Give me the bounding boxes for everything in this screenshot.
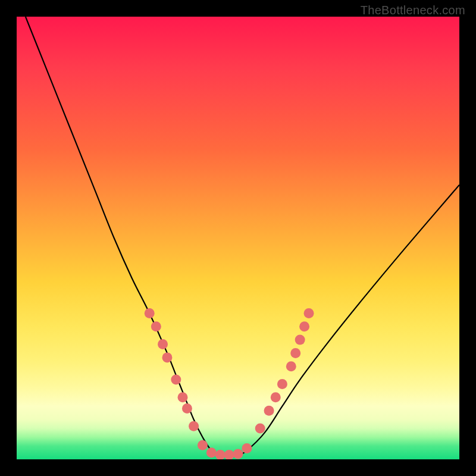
marker-dot xyxy=(224,450,234,459)
marker-dot xyxy=(206,447,217,458)
curve-layer xyxy=(17,17,459,459)
marker-dot xyxy=(242,443,252,453)
marker-dot xyxy=(158,339,168,349)
plot-area xyxy=(17,17,459,459)
bottleneck-curve xyxy=(26,17,459,455)
marker-dot xyxy=(295,335,305,345)
marker-dot xyxy=(178,392,188,402)
marker-dot xyxy=(304,308,314,318)
marker-dot xyxy=(277,379,287,389)
marker-dot xyxy=(215,450,226,459)
marker-dot xyxy=(290,348,300,358)
chart-frame: TheBottleneck.com xyxy=(0,0,476,476)
watermark-text: TheBottleneck.com xyxy=(361,4,465,17)
marker-dot xyxy=(162,352,172,362)
marker-dot xyxy=(171,375,181,385)
marker-dot xyxy=(271,392,281,402)
marker-dot xyxy=(182,403,192,414)
marker-dot xyxy=(286,361,296,371)
marker-dot xyxy=(151,321,161,331)
marker-dot xyxy=(198,440,208,450)
marker-dot xyxy=(255,423,265,433)
marker-dot xyxy=(189,421,199,431)
marker-dot xyxy=(264,406,274,416)
marker-dot xyxy=(233,449,243,459)
curve-markers xyxy=(145,308,314,459)
marker-dot xyxy=(299,321,309,331)
marker-dot xyxy=(145,308,155,318)
